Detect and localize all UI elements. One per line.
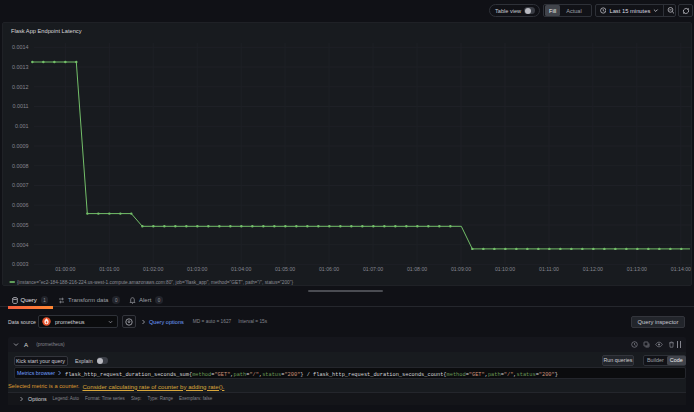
- svg-text:flask_http_request_duration_se: flask_http_request_duration_seconds_sum{…: [65, 371, 558, 377]
- svg-text:01:00:00: 01:00:00: [55, 266, 75, 272]
- svg-text:0.0007: 0.0007: [12, 182, 29, 188]
- svg-text:0.0005: 0.0005: [12, 222, 29, 228]
- svg-text:0.0012: 0.0012: [12, 84, 29, 90]
- svg-text:01:05:00: 01:05:00: [275, 266, 295, 272]
- svg-text:01:11:00: 01:11:00: [539, 266, 559, 272]
- svg-text:0.0006: 0.0006: [12, 202, 29, 208]
- svg-text:01:13:00: 01:13:00: [627, 266, 647, 272]
- svg-text:01:04:00: 01:04:00: [231, 266, 251, 272]
- svg-text:01:14:00: 01:14:00: [671, 266, 691, 272]
- svg-text:01:08:00: 01:08:00: [407, 266, 427, 272]
- svg-text:01:07:00: 01:07:00: [363, 266, 383, 272]
- svg-text:0.0014: 0.0014: [12, 44, 29, 50]
- svg-text:0.0008: 0.0008: [12, 163, 29, 169]
- svg-text:01:10:00: 01:10:00: [495, 266, 515, 272]
- svg-text:0.001: 0.001: [15, 123, 29, 129]
- svg-text:01:03:00: 01:03:00: [187, 266, 207, 272]
- svg-text:01:06:00: 01:06:00: [319, 266, 339, 272]
- svg-text:01:12:00: 01:12:00: [583, 266, 603, 272]
- svg-text:{instance="ec2-184-188-216-224: {instance="ec2-184-188-216-224.us-west-1…: [17, 279, 293, 285]
- svg-text:01:02:00: 01:02:00: [143, 266, 163, 272]
- svg-text:0.0011: 0.0011: [12, 103, 28, 109]
- svg-text:0.0009: 0.0009: [12, 143, 29, 149]
- svg-text:0.0003: 0.0003: [12, 261, 29, 267]
- svg-text:0.0004: 0.0004: [12, 242, 29, 248]
- svg-text:0.0013: 0.0013: [12, 64, 29, 70]
- svg-text:01:01:00: 01:01:00: [99, 266, 119, 272]
- svg-text:01:09:00: 01:09:00: [451, 266, 471, 272]
